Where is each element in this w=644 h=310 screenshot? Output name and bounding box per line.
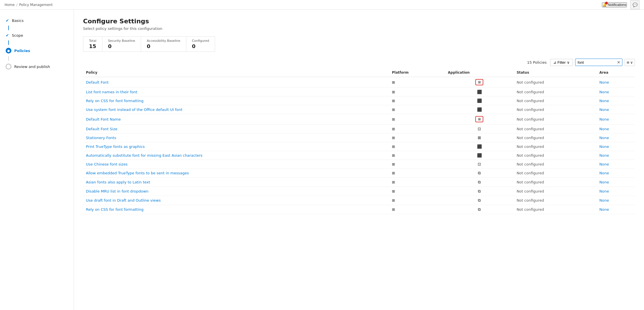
col-area[interactable]: Area	[596, 68, 635, 77]
view-toggle-button[interactable]: ≡ ∨	[625, 59, 635, 66]
policy-link[interactable]: Use system font instead of the Office de…	[86, 108, 182, 112]
stat-security: Security Baseline 0	[102, 37, 141, 51]
policy-link[interactable]: Rely on CSS for font formatting	[86, 99, 144, 103]
cell-area: None	[596, 160, 635, 169]
area-link[interactable]: None	[599, 108, 609, 112]
cell-policy: Use system font instead of the Office de…	[83, 105, 389, 114]
cell-area: None	[596, 142, 635, 151]
cell-application: ⧉	[445, 187, 514, 196]
breadcrumb-sep: /	[16, 3, 17, 7]
outlook-icon: ⊠	[478, 135, 481, 140]
col-policy[interactable]: Policy	[83, 68, 389, 77]
page-title: Configure Settings	[83, 18, 635, 25]
cell-platform: ⊞	[389, 205, 445, 214]
col-platform[interactable]: Platform	[389, 68, 445, 77]
breadcrumb: Home / Policy Management	[5, 3, 53, 7]
windows-icon: ⊞	[392, 127, 395, 131]
table-row: Allow embedded TrueType fonts to be sent…	[83, 169, 635, 178]
stat-total-label: Total	[89, 39, 96, 43]
area-link[interactable]: None	[599, 80, 609, 84]
office-icon: ⬛	[477, 107, 482, 112]
policy-link[interactable]: Asian fonts also apply to Latin text	[86, 180, 150, 184]
area-link[interactable]: None	[599, 153, 609, 158]
area-link[interactable]: None	[599, 180, 609, 184]
area-link[interactable]: None	[599, 127, 609, 131]
policy-link[interactable]: Use draft font in Draft and Outline view…	[86, 198, 161, 202]
cell-status: Not configured	[514, 105, 596, 114]
cell-platform: ⊞	[389, 125, 445, 133]
cell-area: None	[596, 133, 635, 142]
policy-link[interactable]: Print TrueType fonts as graphics	[86, 144, 145, 149]
search-clear-button[interactable]: ✕	[615, 59, 622, 66]
area-link[interactable]: None	[599, 189, 609, 193]
cell-status: Not configured	[514, 133, 596, 142]
page-subtitle: Select policy settings for this configur…	[83, 26, 635, 31]
policy-link[interactable]: List font names in their font	[86, 90, 137, 94]
sidebar-label-policies: Policies	[14, 49, 30, 53]
table-row: Rely on CSS for font formatting⊞⬛Not con…	[83, 96, 635, 105]
sidebar-item-review[interactable]: Review and publish	[0, 61, 74, 72]
windows-icon: ⊞	[392, 171, 395, 175]
table-row: Print TrueType fonts as graphics⊞⬛Not co…	[83, 142, 635, 151]
cell-policy: Rely on CSS for font formatting	[83, 96, 389, 105]
cell-application: ⬛	[445, 105, 514, 114]
cell-policy: Disable MRU list in font dropdown	[83, 187, 389, 196]
office-icon: ⬛	[477, 153, 482, 158]
area-link[interactable]: None	[599, 117, 609, 121]
area-link[interactable]: None	[599, 90, 609, 94]
stat-security-label: Security Baseline	[108, 39, 135, 43]
area-link[interactable]: None	[599, 171, 609, 175]
col-status[interactable]: Status	[514, 68, 596, 77]
cell-status: Not configured	[514, 125, 596, 133]
area-link[interactable]: None	[599, 207, 609, 212]
cell-area: None	[596, 96, 635, 105]
table-row: Asian fonts also apply to Latin text⊞⧉No…	[83, 178, 635, 187]
word-multi-icon: ⧉	[478, 171, 481, 175]
area-link[interactable]: None	[599, 144, 609, 149]
policy-link[interactable]: Rely on CSS for font formatting	[86, 207, 144, 212]
sidebar-item-policies[interactable]: ● Policies	[0, 45, 74, 56]
area-link[interactable]: None	[599, 162, 609, 166]
policy-link[interactable]: Allow embedded TrueType fonts to be sent…	[86, 171, 189, 175]
excel-icon: ⊡	[478, 162, 481, 166]
filter-chevron-icon: ∨	[567, 60, 570, 65]
cell-area: None	[596, 114, 635, 125]
policy-link[interactable]: Use Chinese font sizes	[86, 162, 127, 166]
cell-area: None	[596, 77, 635, 88]
cell-policy: Automatically substitute font for missin…	[83, 151, 389, 160]
cell-platform: ⊞	[389, 96, 445, 105]
filter-button[interactable]: ⊿ Filter ∨	[550, 59, 573, 66]
sidebar-item-basics[interactable]: ✔ Basics	[0, 15, 74, 26]
cell-policy: Default Font Name	[83, 114, 389, 125]
policy-link[interactable]: Disable MRU list in font dropdown	[86, 189, 148, 193]
windows-icon: ⊞	[392, 144, 395, 149]
sidebar-item-scope[interactable]: ✔ Scope	[0, 30, 74, 40]
policy-table: Policy Platform Application Status Area …	[83, 68, 635, 214]
step-circle-review	[6, 64, 11, 69]
stat-configured-value: 0	[192, 43, 209, 49]
cell-status: Not configured	[514, 114, 596, 125]
sidebar: ✔ Basics ✔ Scope ● Policies Review and p…	[0, 10, 74, 310]
policy-link[interactable]: Default Font Name	[86, 117, 121, 121]
breadcrumb-home[interactable]: Home	[5, 3, 15, 7]
notifications-label: Notifications	[608, 3, 626, 7]
area-link[interactable]: None	[599, 198, 609, 202]
windows-icon: ⊞	[392, 189, 395, 193]
policy-link[interactable]: Default Font	[86, 80, 109, 84]
search-input[interactable]	[575, 59, 615, 66]
notifications-button[interactable]: 🔔 Notifications	[602, 2, 627, 7]
word-multi-icon: ⧉	[478, 198, 481, 202]
area-link[interactable]: None	[599, 136, 609, 140]
policy-link[interactable]: Automatically substitute font for missin…	[86, 153, 203, 158]
table-row: List font names in their font⊞⬛Not confi…	[83, 88, 635, 96]
policy-link[interactable]: Stationery Fonts	[86, 136, 116, 140]
policy-link[interactable]: Default Font Size	[86, 127, 117, 131]
area-link[interactable]: None	[599, 99, 609, 103]
word-multi-icon: ⧉	[478, 180, 481, 184]
chat-button[interactable]: 💬	[630, 0, 639, 9]
breadcrumb-current[interactable]: Policy Management	[19, 3, 52, 7]
col-application[interactable]: Application	[445, 68, 514, 77]
cell-status: Not configured	[514, 205, 596, 214]
view-icon: ≡	[627, 60, 630, 65]
table-row: Use system font instead of the Office de…	[83, 105, 635, 114]
